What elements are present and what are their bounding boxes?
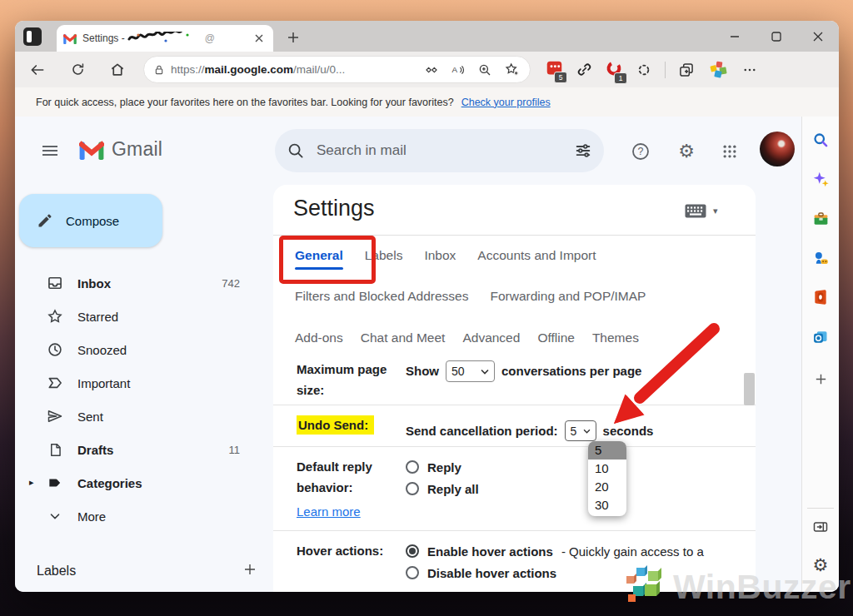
max-page-select[interactable]: 50 — [446, 360, 495, 382]
settings-gear-button[interactable]: ⚙ — [675, 140, 698, 163]
extension-cubes-button[interactable] — [707, 57, 729, 82]
sidebar-item-sent[interactable]: Sent — [15, 400, 273, 433]
edge-sidebar: ⚙ — [801, 117, 839, 592]
sidebar-item-drafts[interactable]: Drafts 11 — [15, 433, 273, 466]
sidebar-office-button[interactable] — [811, 287, 831, 307]
browser-tab[interactable]: Settings - @ — [57, 25, 273, 52]
office-icon — [812, 289, 829, 306]
home-icon — [109, 62, 126, 78]
dropdown-option[interactable]: 10 — [588, 460, 626, 478]
sidebar-item-important[interactable]: Important — [15, 366, 273, 400]
extension-mail-button[interactable]: 5 — [546, 59, 563, 80]
tab-inbox[interactable]: Inbox — [424, 248, 456, 263]
sidebar-item-categories[interactable]: ▸ Categories — [15, 466, 273, 499]
google-apps-button[interactable] — [718, 140, 741, 163]
help-button[interactable]: ? — [629, 140, 652, 163]
main-menu-button[interactable] — [40, 141, 60, 161]
pencil-icon — [37, 212, 53, 229]
tab-forwarding[interactable]: Forwarding and POP/IMAP — [491, 289, 646, 304]
tab-accounts-and-import[interactable]: Accounts and Import — [477, 248, 596, 263]
tab-offline[interactable]: Offline — [537, 330, 575, 345]
url-text[interactable]: https://mail.google.com/mail/u/0... — [171, 63, 345, 76]
maximize-button[interactable] — [756, 21, 797, 52]
refresh-button[interactable] — [65, 57, 90, 82]
close-button[interactable] — [797, 21, 839, 52]
sidebar-item-more[interactable]: More — [15, 499, 273, 533]
read-aloud-button[interactable]: A — [448, 60, 468, 80]
collections-button[interactable] — [676, 57, 696, 82]
input-tools-toggle[interactable]: ▾ — [685, 204, 718, 218]
tab-filters[interactable]: Filters and Blocked Addresses — [295, 289, 469, 304]
address-bar[interactable]: https://mail.google.com/mail/u/0... A — [143, 56, 531, 83]
sidebar-search-button[interactable] — [811, 130, 831, 150]
sidebar-outlook-button[interactable] — [811, 327, 831, 347]
scrollbar-thumb[interactable] — [744, 373, 755, 405]
tab-close-icon[interactable] — [252, 31, 267, 46]
back-button[interactable] — [25, 57, 50, 82]
extensions-menu-button[interactable] — [634, 57, 654, 82]
split-screen-button[interactable] — [422, 60, 441, 80]
bing-search-icon — [812, 132, 830, 149]
sidebar-settings-button[interactable]: ⚙ — [811, 555, 831, 575]
back-icon — [29, 62, 46, 78]
search-filters-icon[interactable] — [574, 142, 592, 160]
sidebar-collapse-button[interactable] — [811, 517, 831, 537]
gear-icon: ⚙ — [678, 142, 695, 161]
tab-themes[interactable]: Themes — [592, 330, 639, 345]
enable-hover-option[interactable]: Enable hover actions - Quickly gain acce… — [406, 540, 756, 562]
radio-unchecked-icon[interactable] — [406, 482, 419, 495]
sidebar-copilot-button[interactable] — [811, 169, 831, 189]
sidebar-games-button[interactable] — [811, 248, 831, 268]
show-label: Show — [406, 360, 439, 382]
send-icon — [46, 407, 64, 425]
settings-tabs-row-3: Add-ons Chat and Meet Advanced Offline T… — [295, 326, 639, 350]
tag-icon — [46, 474, 64, 492]
tab-addons[interactable]: Add-ons — [295, 330, 343, 345]
favorites-bar: For quick access, place your favorites h… — [15, 87, 839, 117]
add-favorite-button[interactable] — [501, 60, 521, 80]
dropdown-option[interactable]: 20 — [588, 478, 626, 496]
setting-row-undo-send: Undo Send: Send cancellation period: 5 s… — [273, 405, 756, 447]
home-button[interactable] — [105, 57, 130, 82]
apps-grid-icon — [721, 143, 738, 160]
sidebar-item-snoozed[interactable]: Snoozed — [15, 333, 273, 366]
account-avatar[interactable] — [760, 132, 795, 166]
minimize-button[interactable] — [714, 21, 756, 52]
keyboard-icon — [685, 204, 706, 218]
tab-chat-and-meet[interactable]: Chat and Meet — [361, 330, 446, 345]
browser-menu-button[interactable] — [740, 57, 760, 82]
zoom-button[interactable] — [475, 60, 495, 80]
sidebar-add-button[interactable] — [811, 369, 831, 389]
extension-c-button[interactable]: 1 — [605, 59, 623, 81]
create-label-button[interactable] — [242, 562, 257, 580]
reply-option[interactable]: Reply — [406, 456, 756, 478]
new-tab-button[interactable] — [283, 27, 303, 47]
hover-actions-label: Hover actions: — [297, 540, 406, 592]
dropdown-option[interactable]: 5 — [588, 441, 626, 460]
drafts-count: 11 — [229, 444, 241, 456]
radio-unchecked-icon[interactable] — [406, 566, 419, 579]
mail-search-bar[interactable] — [275, 129, 604, 172]
check-profiles-link[interactable]: Check your profiles — [461, 97, 551, 108]
page-title: Settings — [293, 196, 375, 221]
compose-button[interactable]: Compose — [19, 194, 162, 247]
search-input[interactable] — [315, 142, 574, 160]
games-icon — [812, 250, 830, 267]
undo-send-select[interactable]: 5 — [565, 420, 596, 441]
tab-workspaces-icon[interactable] — [23, 27, 42, 46]
copy-link-button[interactable] — [574, 57, 594, 82]
tab-advanced[interactable]: Advanced — [462, 330, 520, 345]
inbox-icon — [46, 274, 64, 292]
dropdown-option[interactable]: 30 — [588, 496, 626, 514]
gmail-logo[interactable]: Gmail — [79, 138, 162, 161]
reply-all-option[interactable]: Reply all — [406, 478, 756, 499]
learn-more-link[interactable]: Learn more — [297, 504, 406, 520]
sidebar-tools-button[interactable] — [811, 209, 831, 229]
disable-hover-option[interactable]: Disable hover actions — [406, 562, 756, 584]
sidebar-item-inbox[interactable]: Inbox 742 — [15, 266, 273, 300]
radio-checked-icon[interactable] — [406, 544, 419, 558]
sidebar-item-starred[interactable]: Starred — [15, 300, 273, 333]
expand-arrow-icon[interactable]: ▸ — [29, 477, 34, 488]
radio-unchecked-icon[interactable] — [406, 460, 419, 474]
sidebar-divider — [807, 508, 834, 509]
